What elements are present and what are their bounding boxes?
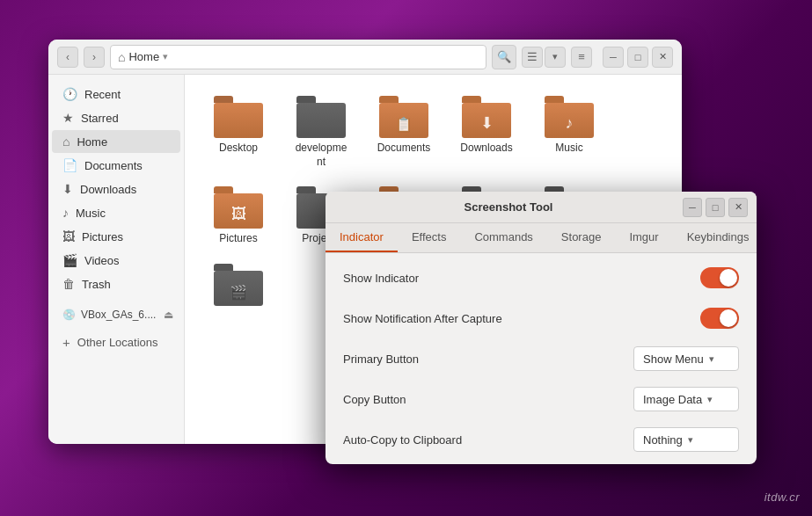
fm-location-text: Home	[128, 50, 159, 63]
tab-effects[interactable]: Effects	[398, 223, 461, 252]
sidebar-item-downloads[interactable]: ⬇ Downloads	[52, 178, 180, 200]
row-auto-copy: Auto-Copy to Clipboard Nothing ▾	[343, 425, 739, 454]
sidebar-item-vbox[interactable]: 💿 VBox_GAs_6.... ⏏	[52, 304, 180, 325]
home-icon: ⌂	[62, 134, 69, 149]
eject-icon[interactable]: ⏏	[164, 309, 173, 321]
documents-icon: 📄	[62, 158, 77, 172]
fm-search-button[interactable]: 🔍	[492, 45, 516, 69]
folder-icon-music: ♪	[545, 96, 594, 138]
sidebar-label-trash: Trash	[82, 278, 111, 291]
fm-back-button[interactable]: ‹	[57, 47, 78, 68]
dropdown-copy-button[interactable]: Image Data ▾	[633, 387, 739, 411]
file-label-pictures: Pictures	[219, 232, 257, 246]
st-maximize-button[interactable]: □	[706, 198, 725, 217]
documents-overlay-icon: 📋	[395, 116, 413, 133]
fm-location-bar: ⌂ Home ▾	[110, 45, 486, 69]
fm-view-buttons: ☰ ▾	[522, 47, 566, 68]
toggle-show-notification[interactable]	[700, 308, 739, 329]
sidebar-item-home[interactable]: ⌂ Home	[52, 130, 180, 153]
sidebar-item-other-locations[interactable]: + Other Locations	[52, 331, 180, 354]
folder-icon-pictures: 🖼	[214, 186, 263, 229]
file-label-documents: Documents	[377, 142, 431, 156]
st-window-controls: ─ □ ✕	[683, 198, 748, 217]
downloads-icon: ⬇	[62, 182, 73, 196]
fm-minimize-button[interactable]: ─	[603, 47, 624, 68]
fm-view-dropdown-button[interactable]: ▾	[545, 47, 566, 68]
row-primary-button: Primary Button Show Menu ▾	[343, 345, 739, 373]
sidebar-label-recent: Recent	[84, 88, 121, 101]
sidebar-label-home: Home	[77, 135, 107, 149]
pictures-overlay-icon: 🖼	[231, 206, 246, 223]
label-primary-button: Primary Button	[343, 352, 633, 366]
label-auto-copy: Auto-Copy to Clipboard	[343, 433, 633, 447]
dropdown-primary-button[interactable]: Show Menu ▾	[633, 346, 739, 371]
st-close-button[interactable]: ✕	[728, 198, 748, 217]
music-icon: ♪	[62, 206, 69, 220]
sidebar-item-music[interactable]: ♪ Music	[52, 201, 180, 224]
toggle-knob-show-notification	[720, 309, 737, 327]
file-item-desktop[interactable]: Desktop	[199, 89, 278, 176]
tab-keybindings[interactable]: Keybindings	[673, 223, 757, 252]
toggle-show-indicator[interactable]	[700, 267, 739, 288]
tab-indicator[interactable]: Indicator	[326, 223, 398, 252]
fm-close-button[interactable]: ✕	[652, 47, 673, 68]
sidebar-label-starred: Starred	[81, 112, 119, 125]
sidebar-label-videos: Videos	[84, 254, 120, 267]
fm-maximize-button[interactable]: □	[627, 47, 648, 68]
folder-icon-unknown2: 🎬	[214, 264, 263, 306]
sidebar-item-documents[interactable]: 📄 Documents	[52, 154, 180, 177]
tab-commands[interactable]: Commands	[460, 223, 546, 252]
watermark: itdw.cr	[764, 491, 800, 504]
sidebar-label-other-locations: Other Locations	[77, 336, 158, 349]
fm-menu-button[interactable]: ≡	[571, 47, 592, 68]
folder-icon-desktop	[214, 96, 263, 138]
device-icon: 💿	[62, 309, 76, 321]
dropdown-copy-value: Image Data	[643, 393, 702, 406]
fm-forward-button[interactable]: ›	[84, 47, 105, 68]
file-label-development: development	[296, 142, 347, 169]
st-minimize-button[interactable]: ─	[683, 198, 702, 217]
sidebar-label-downloads: Downloads	[80, 183, 136, 196]
file-item-unknown2[interactable]: 🎬	[199, 257, 278, 316]
tab-storage[interactable]: Storage	[547, 223, 616, 252]
label-show-indicator: Show Indicator	[343, 272, 700, 285]
file-label-desktop: Desktop	[219, 142, 258, 156]
sidebar-item-recent[interactable]: 🕐 Recent	[52, 83, 180, 105]
videos-icon: 🎬	[62, 253, 77, 267]
file-item-pictures[interactable]: 🖼 Pictures	[199, 179, 278, 253]
sidebar-label-documents: Documents	[84, 159, 143, 172]
sidebar-item-videos[interactable]: 🎬 Videos	[52, 249, 180, 272]
fm-titlebar: ‹ › ⌂ Home ▾ 🔍 ☰ ▾ ≡ ─ □ ✕	[48, 40, 682, 75]
dropdown-auto-copy[interactable]: Nothing ▾	[633, 427, 739, 452]
folder-icon-development	[296, 96, 346, 138]
chevron-auto-copy: ▾	[688, 434, 693, 446]
sidebar-item-starred[interactable]: ★ Starred	[52, 106, 180, 129]
chevron-copy-button: ▾	[707, 394, 713, 405]
sidebar-item-pictures[interactable]: 🖼 Pictures	[52, 225, 180, 248]
tab-imgur[interactable]: Imgur	[615, 223, 672, 252]
file-item-music[interactable]: ♪ Music	[530, 89, 609, 176]
file-item-downloads[interactable]: ⬇ Downloads	[447, 89, 526, 176]
file-label-music: Music	[555, 142, 582, 156]
file-item-documents[interactable]: 📋 Documents	[364, 89, 443, 176]
fm-window-controls: ─ □ ✕	[603, 47, 673, 68]
chevron-primary-button: ▾	[709, 353, 714, 365]
st-content: Show Indicator Show Notification After C…	[326, 253, 757, 464]
row-show-indicator: Show Indicator	[343, 264, 739, 292]
row-show-notification: Show Notification After Capture	[343, 304, 739, 332]
file-item-development[interactable]: development	[282, 89, 361, 176]
st-tabs: Indicator Effects Commands Storage Imgur…	[326, 223, 757, 253]
recent-icon: 🕐	[62, 87, 77, 101]
label-show-notification: Show Notification After Capture	[343, 312, 700, 325]
fm-view-list-button[interactable]: ☰	[522, 47, 543, 68]
trash-icon: 🗑	[62, 277, 75, 291]
sidebar-item-trash[interactable]: 🗑 Trash	[52, 273, 180, 295]
dropdown-primary-value: Show Menu	[643, 352, 704, 366]
fm-sidebar: 🕐 Recent ★ Starred ⌂ Home 📄 Documents ⬇ …	[48, 75, 185, 444]
music-overlay-icon: ♪	[566, 114, 574, 133]
st-titlebar: Screenshot Tool ─ □ ✕	[326, 192, 757, 223]
other-locations-icon: +	[62, 335, 70, 350]
label-copy-button: Copy Button	[343, 393, 633, 406]
sidebar-label-vbox: VBox_GAs_6....	[81, 309, 158, 321]
pictures-icon: 🖼	[62, 229, 75, 243]
